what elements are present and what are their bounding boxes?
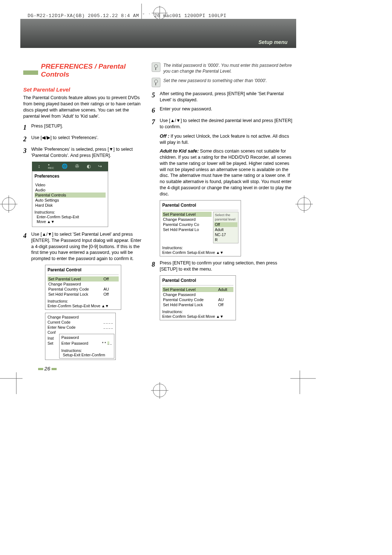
dropdown-item: NC-17 [215,232,237,238]
aks-label: Adult to Kid safe: [160,148,199,154]
osd-box-title: Parental Control [162,202,238,210]
section-subtitle: Set Parental Level [23,86,143,93]
table-row: Set Parental Level [162,212,212,217]
svg-point-10 [153,384,166,397]
off-label: Off : [160,133,169,139]
rec-label-icon: ●REC [48,163,54,170]
top-banner: Setup menu [20,19,296,48]
osd-parental-box-1: Parental Control Set Parental LevelOff C… [45,265,121,310]
osd-change-password-box: Change Password Current Code Enter New C… [45,313,116,360]
instr-line: Move ▲▼ [34,219,106,224]
step-4: 4Use [▲/▼] to select 'Set Parental Level… [23,231,143,262]
step-text: Press [ENTER] to confirm your rating sel… [160,260,293,272]
enc-label: Enter New Code [48,325,75,329]
intro-text: The Parental Controls feature allows you… [23,95,143,119]
disc-icon: ◐ [87,163,91,169]
osd-box-title: Parental Control [162,277,233,285]
title-accent-bar [23,70,38,75]
conf-label: Conf [48,330,56,335]
cc-label: Current Code [48,320,70,324]
dropdown-header: Select the parental level [215,213,237,222]
dropdown-item: Adult [215,227,237,232]
svg-point-4 [2,198,15,211]
page-job-header: DG-M22-12D1P-XA(GB) 2005.12.22 8:4 AM ˘ … [28,13,226,19]
off-text: If you select Unlock, the Lock feature i… [160,134,289,145]
step-text: Enter your new password. [160,106,293,112]
dropdown-item: Off [214,222,237,227]
step-7: 7Use [▲/▼] to select the desired parenta… [152,118,293,130]
instr-label: Instructions: [48,299,119,303]
step-5: 5After setting the password, press [ENTE… [152,91,293,103]
osd-password-popup: Password Enter Password* * Instructions:… [59,334,114,358]
note-1: The initial password is '0000'. You must… [152,62,293,74]
osd-parental-box-2: Parental Control Set Parental Level Chan… [160,200,241,256]
dropdown-item: R [215,238,237,243]
step-text: Use [▲/▼] to select the desired parental… [160,118,293,130]
tool-icon: ✇ [75,163,79,169]
list-item: Auto Settings [34,198,106,203]
osd-box-title: Parental Control [48,267,119,275]
instr-label: Instructions: [162,309,233,314]
off-paragraph: Off : If you select Unlock, the Lock fea… [160,133,293,146]
table-row: Parental Country Co [162,222,212,227]
aks-paragraph: Adult to Kid safe: Some discs contain sc… [160,148,293,197]
table-row: Set Parental LevelAdult [162,287,233,292]
step-1: 1Press [SETUP]. [23,123,143,132]
arrow-icon: ↪ [98,163,102,169]
osd-prefs-title: Preferences [34,173,106,181]
instr-line: Enter-Confirm Setup-Exit Move ▲▼ [162,314,233,319]
instr-line: Setup-Exit Enter-Confirm [61,353,112,357]
table-row: Set Hdd Parental LockOff [162,302,233,307]
instr-line: Enter-Confirm Setup-Exit Move ▲▼ [162,250,238,255]
osd-iconbar: ↕ ●REC 🌐 ✇ ◐ ↪ [32,162,108,171]
step-text: While 'Preferences' is selected, press [… [31,146,143,159]
table-row: Change Password [162,292,233,297]
step-2: 2Use [◀/▶] to select 'Preferences'. [23,135,143,143]
instr-label: Instructions: [162,246,238,250]
step-text: Use [◀/▶] to select 'Preferences'. [31,135,143,141]
globe-icon: 🌐 [62,163,68,169]
rec-icon: ↕ [38,163,40,169]
instr-label: Instructions: [34,210,106,214]
popup-title: Password [61,335,79,340]
instr-line: Enter-Confirm Setup-Exit [34,215,106,219]
step-text: Press [SETUP]. [31,123,143,129]
instr-line: Enter-Confirm Setup-Exit Move ▲▼ [48,304,119,308]
list-item: Audio [34,187,106,193]
page-number: 26 [37,365,58,372]
table-row: Parental Country CodeAU [162,297,233,302]
table-row: Set Hdd Parental Lo [162,227,212,232]
note-text: Set the new password to something other … [163,78,267,84]
step-8: 8Press [ENTER] to confirm your rating se… [152,260,293,272]
inst-label: Inst [48,336,54,340]
step-text: Use [▲/▼] to select 'Set Parental Level'… [31,231,143,262]
section-title: PREFERENCES / Parental Controls [41,62,143,78]
list-item: Video [34,182,106,187]
rating-dropdown: Select the parental level Off Adult NC-1… [213,212,238,243]
list-item: Parental Controls [34,193,106,198]
list-item: Hard Disk [34,203,106,208]
table-row: Set Parental LevelOff [48,276,119,281]
table-row: Change Password [48,281,119,287]
instr-label: Instructions: [61,348,112,353]
breadcrumb: Setup menu [258,39,287,45]
popup-prompt: Enter Password [61,341,88,345]
osd-parental-box-3: Parental Control Set Parental LevelAdult… [160,275,236,320]
aks-text: Some discs contain scenes not suitable f… [160,149,291,197]
table-row: Change Password [162,217,212,222]
osd-preferences-box: Preferences Video Audio Parental Control… [32,171,108,227]
table-row: Parental Country CodeAU [48,287,119,292]
step-6: 6Enter your new password. [152,106,293,115]
svg-point-7 [298,198,311,211]
cp-label: Change Password [48,315,79,319]
note-icon [152,78,160,87]
step-3: 3While 'Preferences' is selected, press … [23,146,143,159]
note-text: The initial password is '0000'. You must… [163,62,293,74]
table-row: Set Hdd Parental LockOff [48,292,119,297]
set-label: Set [48,341,53,345]
note-2: Set the new password to something other … [152,78,293,87]
step-text: After setting the password, press [ENTER… [160,91,293,103]
note-icon [152,62,160,72]
